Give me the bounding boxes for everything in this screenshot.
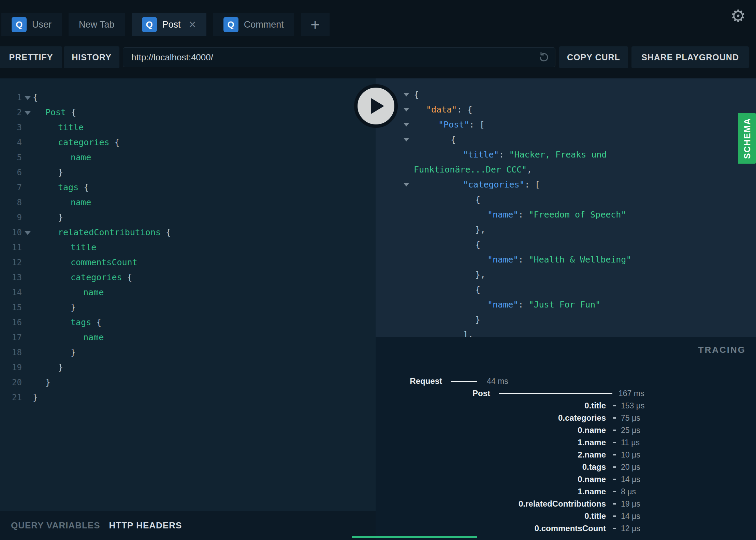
code-token: name [71,152,91,162]
trace-row[interactable]: 1.name11 μs [376,436,756,449]
query-variables-tab[interactable]: QUERY VARIABLES [11,520,100,531]
trace-duration-bar [613,491,616,492]
code-token: "name" [488,255,518,265]
editor-line[interactable]: 19} [0,360,376,375]
editor-line[interactable]: 16tags { [0,315,376,330]
code-token: Funktionäre...Der CCC" [414,165,527,175]
editor-line[interactable]: 17name [0,330,376,345]
trace-duration-value: 11 μs [621,436,640,449]
collapse-arrow-icon[interactable] [404,93,409,96]
collapse-arrow-icon[interactable] [404,183,409,186]
code-token: } [45,377,50,387]
editor-line[interactable]: 8name [0,195,376,210]
trace-row[interactable]: 0.title153 μs [376,400,756,412]
trace-row[interactable]: 0.categories75 μs [376,412,756,424]
editor-line[interactable]: 1{ [0,90,376,105]
trace-label: 0.tags [376,461,606,473]
trace-duration-bar [613,466,616,468]
code-token: "Post" [438,120,469,130]
editor-line[interactable]: 14name [0,285,376,300]
line-number: 21 [0,390,22,405]
tab-post[interactable]: QPost× [132,13,206,36]
tab-comment[interactable]: QComment [213,13,294,36]
fold-arrow-icon[interactable] [22,105,33,120]
add-tab-button[interactable]: + [301,13,330,36]
code-token: : [ [469,120,484,130]
collapse-arrow-icon[interactable] [404,138,409,141]
code-token: { [475,195,480,205]
schema-tab[interactable]: SCHEMA [738,113,756,164]
trace-label: 0.title [376,510,606,522]
trace-row[interactable]: 1.name8 μs [376,485,756,498]
fold-arrow-icon [22,285,33,300]
fold-arrow-icon [22,300,33,315]
editor-line[interactable]: 18} [0,345,376,360]
editor-line[interactable]: 2Post { [0,105,376,120]
http-headers-tab[interactable]: HTTP HEADERS [109,520,182,531]
editor-line[interactable]: 20} [0,375,376,390]
editor-line[interactable]: 7tags { [0,180,376,195]
reload-icon[interactable] [538,51,550,63]
prettify-button[interactable]: PRETTIFY [0,46,62,68]
fold-arrow-icon[interactable] [22,225,33,240]
trace-row[interactable]: Request44 ms [376,375,756,387]
trace-row[interactable]: 0.name14 μs [376,473,756,485]
response-line: { [376,132,756,147]
trace-duration-value: 8 μs [621,485,636,498]
trace-row[interactable]: 2.name10 μs [376,449,756,461]
share-playground-button[interactable]: SHARE PLAYGROUND [631,46,749,68]
editor-line[interactable]: 13categories { [0,270,376,285]
fold-arrow-icon [22,345,33,360]
trace-row[interactable]: 0.name25 μs [376,424,756,436]
collapse-arrow-icon[interactable] [404,123,409,126]
settings-gear-icon[interactable]: ⚙ [730,7,746,25]
response-line-code: { [376,282,756,297]
query-editor-pane[interactable]: 1{2Post {3title4categories {5name6}7tags… [0,78,376,540]
execute-query-button[interactable] [354,84,398,128]
copy-curl-button[interactable]: COPY CURL [559,46,628,68]
editor-line[interactable]: 9} [0,210,376,225]
editor-line[interactable]: 5name [0,150,376,165]
close-tab-icon[interactable]: × [189,18,196,31]
code-token: : { [457,105,472,115]
line-number: 1 [0,90,22,105]
editor-line[interactable]: 21} [0,390,376,405]
fold-arrow-icon [22,375,33,390]
tab-user[interactable]: QUser [1,13,62,36]
editor-line[interactable]: 11title [0,240,376,255]
trace-row[interactable]: 0.relatedContributions19 μs [376,498,756,510]
trace-row[interactable]: 0.tags20 μs [376,461,756,473]
editor-line[interactable]: 3title [0,120,376,135]
tab-new-tab[interactable]: New Tab [69,13,125,36]
trace-duration-bar [451,381,477,382]
trace-duration-value: 14 μs [621,473,640,485]
trace-row[interactable]: 0.commentsCount12 μs [376,522,756,535]
editor-line[interactable]: 15} [0,300,376,315]
code-token: name [83,287,104,297]
editor-line[interactable]: 6} [0,165,376,180]
code-token: tags [71,317,91,327]
trace-duration-value: 25 μs [621,424,640,436]
endpoint-url-input[interactable] [123,47,555,67]
editor-line-code: tags { [33,315,101,330]
editor-line[interactable]: 10relatedContributions { [0,225,376,240]
response-pane[interactable]: {"data": {"Post": [{"title": "Hacker, Fr… [376,78,756,337]
trace-row[interactable]: Post167 ms [376,387,756,400]
history-button[interactable]: HISTORY [64,46,119,68]
trace-label: 2.name [376,449,606,461]
editor-line[interactable]: 12commentsCount [0,255,376,270]
editor-line[interactable]: 4categories { [0,135,376,150]
trace-duration-value: 14 μs [621,510,640,522]
editor-footer: QUERY VARIABLES HTTP HEADERS [0,511,376,540]
response-line-code: "name": "Health & Wellbeing" [376,252,756,267]
fold-arrow-icon[interactable] [22,90,33,105]
trace-row[interactable]: 0.title14 μs [376,510,756,522]
tracing-title[interactable]: TRACING [698,345,746,355]
code-token: { [66,107,76,117]
editor-line-code: } [33,165,63,180]
tab-label: Post [162,19,181,30]
collapse-arrow-icon[interactable] [404,108,409,111]
response-line-code: { [376,237,756,252]
code-token: "categories" [463,180,525,190]
code-token: { [414,90,419,100]
